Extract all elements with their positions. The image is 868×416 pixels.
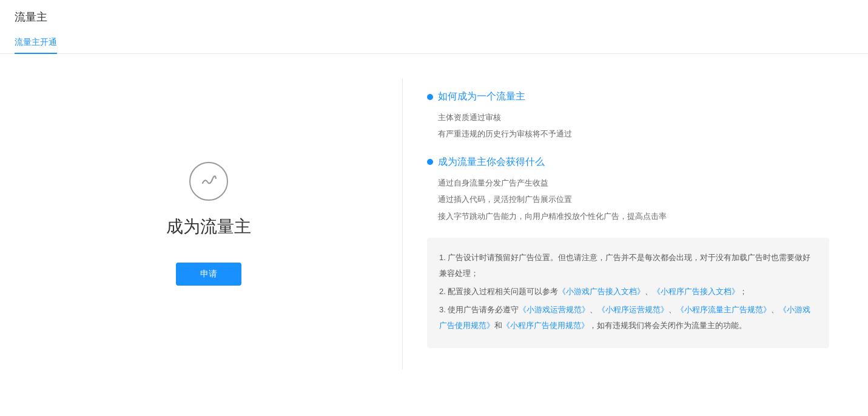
tab-bar: 流量主开通 xyxy=(15,32,853,53)
notice-item-1: 1. 广告设计时请预留好广告位置。但也请注意，广告并不是每次都会出现，对于没有加… xyxy=(439,250,817,281)
tab-activate[interactable]: 流量主开通 xyxy=(15,32,57,54)
page-title: 流量主 xyxy=(15,10,853,24)
right-panel: 如何成为一个流量主 主体资质通过审核 有严重违规的历史行为审核将不予通过 成为流… xyxy=(403,78,853,369)
notice-box: 1. 广告设计时请预留好广告位置。但也请注意，广告并不是每次都会出现，对于没有加… xyxy=(427,238,829,348)
notice-item-3: 3. 使用广告请务必遵守《小游戏运营规范》、《小程序运营规范》、《小程序流量主广… xyxy=(439,302,817,334)
how-to-item-1: 主体资质通过审核 xyxy=(438,110,829,124)
page-header: 流量主 流量主开通 xyxy=(0,0,868,54)
left-panel: 成为流量主 申请 xyxy=(15,78,403,369)
main-content: 成为流量主 申请 如何成为一个流量主 主体资质通过审核 有严重违规的历史行为审核… xyxy=(0,54,868,394)
link-miniprogram-ops[interactable]: 《小程序运营规范》 xyxy=(597,305,668,314)
benefit-item-3: 接入字节跳动广告能力，向用户精准投放个性化广告，提高点击率 xyxy=(438,209,829,223)
section-benefits: 成为流量主你会获得什么 通过自身流量分发广告产生收益 通过插入代码，灵活控制广告… xyxy=(427,156,829,223)
how-to-item-2: 有严重违规的历史行为审核将不予通过 xyxy=(438,127,829,141)
section-how-to: 如何成为一个流量主 主体资质通过审核 有严重违规的历史行为审核将不予通过 xyxy=(427,90,829,141)
benefit-item-1: 通过自身流量分发广告产生收益 xyxy=(438,176,829,190)
section-benefits-title: 成为流量主你会获得什么 xyxy=(427,156,829,169)
link-minigame-ops[interactable]: 《小游戏运营规范》 xyxy=(519,305,590,314)
dot-icon xyxy=(427,94,433,100)
notice-item-2: 2. 配置接入过程相关问题可以参考《小游戏广告接入文档》、《小程序广告接入文档》… xyxy=(439,284,817,300)
wave-icon xyxy=(199,171,218,192)
link-miniprogram-ad-usage[interactable]: 《小程序广告使用规范》 xyxy=(502,321,589,330)
benefit-item-2: 通过插入代码，灵活控制广告展示位置 xyxy=(438,192,829,206)
apply-button[interactable]: 申请 xyxy=(176,263,241,286)
dot-icon-2 xyxy=(427,159,433,165)
icon-circle xyxy=(189,162,228,201)
become-text: 成为流量主 xyxy=(166,215,251,238)
link-miniprogram-ad-doc[interactable]: 《小程序广告接入文档》 xyxy=(653,287,739,296)
link-minigame-ad-doc[interactable]: 《小游戏广告接入文档》 xyxy=(558,287,645,296)
link-publisher-ad-spec[interactable]: 《小程序流量主广告规范》 xyxy=(676,305,771,314)
section-how-to-title: 如何成为一个流量主 xyxy=(427,90,829,103)
